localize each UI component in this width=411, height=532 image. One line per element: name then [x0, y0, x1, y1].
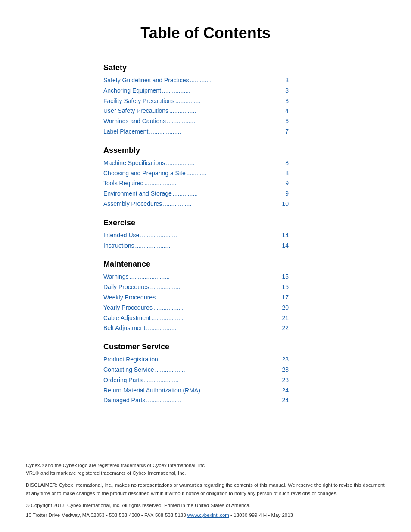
toc-entry-dots: ................... [152, 313, 279, 324]
toc-entry[interactable]: Yearly Procedures..................20 [103, 303, 289, 313]
toc-entry-label: Daily Procedures [103, 282, 149, 292]
toc-entry[interactable]: Belt Adjustment...................22 [103, 323, 289, 333]
toc-entry-label: Weekly Procedures [103, 292, 156, 303]
toc-entry[interactable]: Ordering Parts.....................23 [103, 375, 289, 386]
toc-entry-dots: ...................... [140, 230, 279, 241]
section-assembly: AssemblyMachine Specifications..........… [103, 145, 385, 209]
toc-entry-label: Facility Safety Precautions [103, 96, 174, 106]
toc-entry-label: Warnings and Cautions [103, 116, 166, 127]
toc-entry-label: Environment and Storage [103, 189, 172, 199]
toc-entry[interactable]: Warnings and Cautions.................6 [103, 116, 289, 127]
toc-entry-dots: .................. [153, 303, 279, 313]
toc-entry[interactable]: User Safety Precautions................4 [103, 106, 289, 116]
toc-entry-dots: ........................ [130, 272, 279, 282]
toc-entry-dots: ................... [149, 127, 279, 137]
toc-entry-page: 23 [280, 375, 289, 386]
toc-entry[interactable]: Contacting Service..................23 [103, 365, 289, 375]
toc-entry-label: Cable Adjustment [103, 313, 151, 324]
toc-entry-page: 22 [280, 323, 289, 333]
toc-entries-customer-service: Product Registration.................23C… [103, 355, 289, 406]
toc-entry-label: Belt Adjustment [103, 323, 145, 333]
toc-entry[interactable]: Safety Guidelines and Practices.........… [103, 75, 289, 86]
toc-entry-label: Contacting Service [103, 365, 154, 375]
toc-entry-page: 24 [280, 395, 289, 406]
toc-entry-page: 14 [280, 230, 289, 241]
toc-entry[interactable]: Environment and Storage...............9 [103, 189, 289, 199]
toc-entry-page: 24 [280, 386, 289, 396]
toc-entry-label: Return Material Authorization (RMA). [103, 386, 202, 396]
toc-entry-dots: ................. [162, 86, 279, 96]
toc-entry[interactable]: Damaged Parts.....................24 [103, 395, 289, 406]
toc-entry[interactable]: Assembly Procedures.................10 [103, 199, 289, 209]
toc-entry-page: 17 [280, 292, 289, 303]
toc-entry-dots: ...................... [135, 241, 279, 251]
toc-entry[interactable]: Product Registration.................23 [103, 355, 289, 365]
section-heading-assembly: Assembly [103, 145, 385, 156]
address-prefix: 10 Trotter Drive Medway, MA 02053 • 508-… [26, 513, 187, 518]
toc-entry[interactable]: Instructions......................14 [103, 241, 289, 251]
toc-entries-maintenance: Warnings........................15Daily … [103, 272, 289, 333]
section-safety: SafetySafety Guidelines and Practices...… [103, 62, 385, 137]
toc-entry[interactable]: Cable Adjustment...................21 [103, 313, 289, 324]
toc-entry-page: 4 [280, 106, 289, 116]
toc-entry-dots: ................ [169, 106, 279, 116]
toc-entry-label: Label Placement [103, 127, 148, 137]
toc-entry-dots: .................. [150, 282, 279, 292]
toc-entry-page: 23 [280, 365, 289, 375]
toc-entry-dots: ..................... [143, 375, 279, 386]
toc-entry[interactable]: Facility Safety Precautions.............… [103, 96, 289, 106]
toc-entry[interactable]: Tools Required...................9 [103, 178, 289, 189]
toc-entry[interactable]: Choosing and Preparing a Site...........… [103, 168, 289, 179]
toc-content: SafetySafety Guidelines and Practices...… [26, 62, 385, 444]
toc-entry-dots: .................. [155, 365, 279, 375]
toc-entry-label: Warnings [103, 272, 129, 282]
toc-entry-page: 23 [280, 355, 289, 365]
toc-entry[interactable]: Weekly Procedures..................17 [103, 292, 289, 303]
website-link[interactable]: www.cybexintl.com [187, 513, 229, 518]
toc-entry-page: 15 [280, 282, 289, 292]
toc-entry[interactable]: Machine Specifications.................8 [103, 158, 289, 168]
toc-entry[interactable]: Return Material Authorization (RMA).....… [103, 386, 289, 396]
toc-entry-dots: ................. [167, 116, 279, 127]
toc-entry-dots: ............. [190, 75, 279, 86]
toc-entry[interactable]: Anchoring Equipment.................3 [103, 86, 289, 96]
toc-entry-label: Machine Specifications [103, 158, 165, 168]
footer-trademark: Cybex® and the Cybex logo are registered… [26, 461, 385, 477]
page-title: Table of Contents [26, 22, 385, 45]
toc-entry-dots: .................. [156, 292, 279, 303]
section-customer-service: Customer ServiceProduct Registration....… [103, 341, 385, 406]
toc-entry-dots: ......... [203, 386, 279, 396]
toc-entry-label: Product Registration [103, 355, 158, 365]
toc-entry-label: Instructions [103, 241, 134, 251]
toc-entry-dots: ..................... [146, 395, 279, 406]
toc-entry-page: 8 [280, 168, 289, 179]
section-heading-exercise: Exercise [103, 217, 385, 229]
toc-entries-safety: Safety Guidelines and Practices.........… [103, 75, 289, 137]
toc-entry-dots: ............... [175, 96, 279, 106]
section-heading-customer-service: Customer Service [103, 341, 385, 353]
toc-entry-page: 10 [280, 199, 289, 209]
toc-entry[interactable]: Intended Use......................14 [103, 230, 289, 241]
toc-entry-page: 3 [280, 86, 289, 96]
page: Table of Contents SafetySafety Guideline… [0, 0, 411, 532]
toc-entry-page: 6 [280, 116, 289, 127]
section-maintenance: MaintenanceWarnings.....................… [103, 258, 385, 333]
section-exercise: ExerciseIntended Use....................… [103, 217, 385, 251]
toc-entry-dots: ................. [166, 158, 279, 168]
toc-entry-label: User Safety Precautions [103, 106, 168, 116]
toc-entry[interactable]: Label Placement...................7 [103, 127, 289, 137]
toc-entry-label: Tools Required [103, 178, 143, 189]
toc-entry-label: Anchoring Equipment [103, 86, 161, 96]
toc-entry-page: 9 [280, 189, 289, 199]
footer: Cybex® and the Cybex logo are registered… [26, 461, 385, 519]
toc-entry-label: Assembly Procedures [103, 199, 162, 209]
toc-entry-label: Ordering Parts [103, 375, 143, 386]
toc-entry-dots: ................. [163, 199, 279, 209]
toc-entries-assembly: Machine Specifications.................8… [103, 158, 289, 209]
toc-entry[interactable]: Daily Procedures..................15 [103, 282, 289, 292]
toc-entries-exercise: Intended Use......................14Inst… [103, 230, 289, 251]
toc-entry-dots: ................... [144, 178, 279, 189]
toc-entry-dots: ................. [159, 355, 279, 365]
toc-entry[interactable]: Warnings........................15 [103, 272, 289, 282]
toc-entry-page: 14 [280, 241, 289, 251]
